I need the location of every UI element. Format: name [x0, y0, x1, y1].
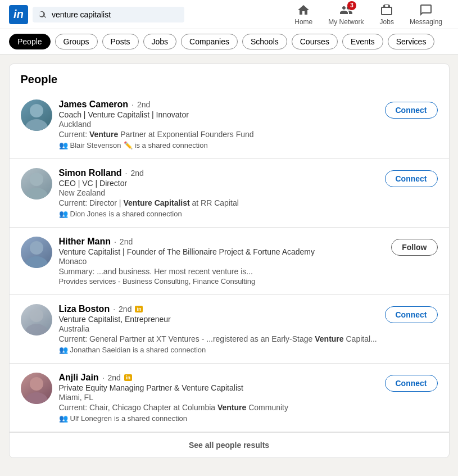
shared-connection-name[interactable]: Jonathan Saeidian: [70, 346, 131, 354]
shared-connection-suffix: is a shared connection: [135, 141, 208, 149]
premium-badge: in: [124, 374, 132, 381]
svg-point-9: [25, 392, 48, 404]
table-row: Simon Rolland · 2nd CEO | VC | Director …: [10, 159, 449, 228]
messaging-icon: [419, 3, 433, 17]
svg-point-4: [30, 241, 43, 255]
person-info: Liza Boston · 2nd in Venture Capitalist,…: [59, 304, 378, 354]
person-location: Australia: [59, 324, 378, 333]
shared-connection-suffix: is a shared connection: [133, 346, 206, 354]
person-name[interactable]: James Cameron: [59, 99, 129, 110]
nav-items: Home 3 My Network Jobs Messaging: [288, 3, 449, 26]
shared-connection-suffix: is a shared connection: [109, 210, 182, 218]
person-name[interactable]: Simon Rolland: [59, 168, 122, 178]
person-name-row: Hither Mann · 2nd: [59, 237, 385, 247]
shared-connection: 👥 Dion Jones is a shared connection: [59, 210, 378, 218]
action-container: Follow: [391, 237, 437, 256]
avatar: [21, 373, 52, 404]
action-container: Connect: [385, 304, 438, 323]
svg-point-2: [30, 173, 43, 186]
avatar: [21, 99, 52, 131]
person-info: James Cameron · 2nd Coach | Venture Capi…: [59, 99, 378, 149]
person-name-row: Anjli Jain · 2nd in: [59, 373, 378, 383]
filter-companies[interactable]: Companies: [181, 34, 238, 49]
filter-posts[interactable]: Posts: [102, 34, 139, 49]
avatar: [21, 304, 52, 336]
person-current: Current: General Partner at XT Ventures …: [59, 334, 378, 343]
table-row: Liza Boston · 2nd in Venture Capitalist,…: [10, 295, 449, 364]
filter-bar: People Groups Posts Jobs Companies Schoo…: [0, 29, 458, 55]
people-section-title: People: [10, 64, 449, 90]
premium-badge: in: [135, 306, 143, 312]
table-row: Hither Mann · 2nd Venture Capitalist | F…: [10, 228, 449, 295]
person-current: Current: Director | Venture Capitalist a…: [59, 198, 378, 207]
person-location: New Zealand: [59, 188, 378, 197]
shared-connection-icon: 👥: [59, 346, 68, 354]
shared-connection-name[interactable]: Ulf Lonegren: [70, 414, 112, 423]
connect-button[interactable]: Connect: [385, 170, 438, 187]
person-name[interactable]: Hither Mann: [59, 237, 111, 247]
shared-connection: 👥 Jonathan Saeidian is a shared connecti…: [59, 346, 378, 354]
linkedin-logo[interactable]: in: [9, 5, 28, 24]
people-section: People James Cameron · 2nd Coach | Ventu…: [9, 64, 450, 458]
main-content: People James Cameron · 2nd Coach | Ventu…: [4, 64, 454, 458]
nav-messaging-label: Messaging: [410, 18, 442, 26]
follow-button[interactable]: Follow: [391, 239, 437, 256]
degree-badge: 2nd: [137, 100, 150, 109]
person-summary: Summary: ...and business. Her most recen…: [59, 267, 385, 276]
person-name[interactable]: Liza Boston: [59, 304, 110, 314]
see-all-people[interactable]: See all people results: [10, 432, 449, 457]
filter-people[interactable]: People: [9, 34, 51, 49]
nav-jobs-label: Jobs: [380, 18, 394, 26]
nav-network-label: My Network: [328, 18, 364, 26]
person-name-row: James Cameron · 2nd: [59, 99, 378, 110]
table-row: James Cameron · 2nd Coach | Venture Capi…: [10, 90, 449, 159]
avatar: [21, 237, 52, 268]
shared-connection-name[interactable]: Dion Jones: [70, 210, 107, 218]
network-icon: 3: [339, 3, 353, 17]
connect-button[interactable]: Connect: [385, 102, 438, 119]
avatar-image: [21, 304, 52, 336]
svg-point-5: [25, 256, 48, 268]
avatar-image: [21, 237, 52, 268]
top-nav: in Home 3 My Network Jobs: [0, 0, 458, 29]
filter-schools[interactable]: Schools: [242, 34, 287, 49]
shared-connection-icon: 👥: [59, 141, 68, 149]
person-title: Private Equity Managing Partner & Ventur…: [59, 383, 378, 392]
search-input[interactable]: [52, 10, 179, 19]
avatar-image: [21, 373, 52, 404]
person-current: Current: Chair, Chicago Chapter at Colum…: [59, 403, 378, 412]
person-name[interactable]: Anjli Jain: [59, 373, 99, 383]
filter-groups[interactable]: Groups: [55, 34, 98, 49]
home-icon: [297, 3, 310, 17]
nav-jobs[interactable]: Jobs: [373, 3, 401, 26]
person-name-row: Simon Rolland · 2nd: [59, 168, 378, 178]
degree-badge: 2nd: [130, 169, 143, 178]
person-title: CEO | VC | Director: [59, 179, 378, 188]
shared-connection-icon: 👥: [59, 414, 68, 423]
filter-jobs[interactable]: Jobs: [143, 34, 177, 49]
shared-connection-icon: 👥: [59, 210, 68, 218]
table-row: Anjli Jain · 2nd in Private Equity Manag…: [10, 364, 449, 432]
network-badge: 3: [347, 1, 356, 10]
nav-network[interactable]: 3 My Network: [321, 3, 370, 26]
search-bar: [33, 7, 184, 22]
filter-events[interactable]: Events: [342, 34, 383, 49]
avatar-image: [21, 99, 52, 131]
person-info: Hither Mann · 2nd Venture Capitalist | F…: [59, 237, 385, 285]
filter-services[interactable]: Services: [388, 34, 435, 49]
search-icon: [38, 10, 47, 19]
nav-home-label: Home: [294, 18, 312, 26]
degree-badge: 2nd: [120, 237, 133, 246]
svg-point-6: [30, 309, 43, 322]
degree-badge: 2nd: [108, 373, 121, 382]
action-container: Connect: [385, 99, 438, 119]
shared-connection: 👥 Ulf Lonegren is a shared connection: [59, 414, 378, 423]
person-location: Auckland: [59, 120, 378, 129]
filter-courses[interactable]: Courses: [292, 34, 338, 49]
nav-home[interactable]: Home: [288, 3, 319, 26]
connect-button[interactable]: Connect: [385, 306, 438, 323]
shared-connection-name[interactable]: Blair Stevenson: [70, 141, 121, 149]
avatar: [21, 168, 52, 200]
connect-button[interactable]: Connect: [385, 375, 438, 392]
nav-messaging[interactable]: Messaging: [403, 3, 449, 26]
